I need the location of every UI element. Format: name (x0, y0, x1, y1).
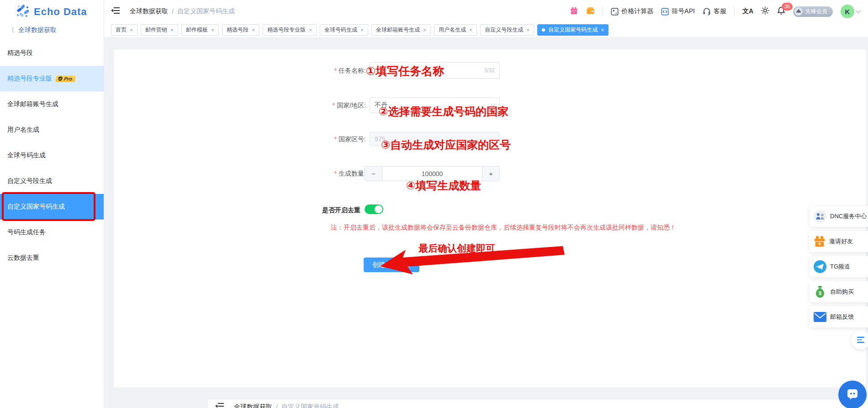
breadcrumb: 全球数据获取 / 自定义国家号码生成 (130, 7, 235, 16)
annotation-step3: ③自动生成对应国家的区号 (381, 138, 511, 152)
pro-badge: Pro (55, 75, 76, 82)
bottom-bar: 全球数据获取 / 自定义国家号码生成 (208, 399, 868, 408)
floating-item-label: 邀请好友 (829, 238, 853, 245)
tab-selected-segments-pro[interactable]: 精选号段专业版× (263, 24, 317, 36)
close-icon[interactable]: × (469, 27, 472, 33)
headset-icon (703, 7, 711, 16)
user-menu[interactable]: K (841, 5, 860, 18)
logo[interactable]: Echo Data (0, 0, 104, 24)
close-icon[interactable]: × (170, 27, 174, 33)
tab-selected-segments[interactable]: 精选号段× (222, 24, 259, 36)
price-calculator-button[interactable]: 价格计算器 (611, 7, 653, 16)
sidebar-item-global-number-gen[interactable]: 全球号码生成 (0, 143, 104, 168)
back-chevron-icon: 〈 (8, 26, 15, 35)
notification-badge: 36 (782, 3, 793, 11)
tab-global-email-gen[interactable]: 全球邮箱账号生成× (371, 24, 431, 36)
dedupe-label: 是否开启去重 (275, 205, 360, 215)
close-icon[interactable]: × (423, 27, 426, 33)
menu-fold-icon[interactable] (111, 7, 120, 16)
breadcrumb-current: 自定义国家号码生成 (177, 7, 235, 16)
tab-custom-country-number-gen[interactable]: 自定义国家号码生成× (537, 24, 609, 36)
translate-icon[interactable]: 文A (742, 7, 753, 16)
email-feedback-button[interactable]: 邮箱反馈 (810, 306, 868, 327)
close-icon[interactable]: × (360, 27, 364, 33)
annotation-step4: ④填写生成数量 (406, 178, 481, 193)
content-area: *任务名称: 3/32 *国家/地区: 不丹 *国家区号: (104, 38, 868, 399)
member-badge[interactable]: 先锋会员 (793, 6, 833, 17)
tg-channel-button[interactable]: TG频道 (810, 256, 868, 277)
close-icon[interactable]: × (211, 27, 214, 33)
money-bag-icon: $ (813, 285, 827, 299)
dedupe-note: 注：开启去重后，该批生成数据将会保存至云备份数据仓库，后续选择重复号段时将不会再… (331, 224, 676, 232)
telegram-icon (813, 260, 827, 274)
support-button[interactable]: 客服 (703, 7, 726, 16)
back-link[interactable]: 〈 全球数据获取 (0, 24, 104, 37)
invite-friends-button[interactable]: 邀请好友 (810, 231, 868, 252)
dedupe-toggle[interactable] (365, 204, 383, 214)
breadcrumb-section[interactable]: 全球数据获取 (130, 7, 168, 16)
tab-global-number-gen[interactable]: 全球号码生成× (320, 24, 368, 36)
sidebar-item-global-email-gen[interactable]: 全球邮箱账号生成 (0, 91, 104, 117)
create-task-button[interactable]: 创建任务数据 (364, 258, 419, 272)
sidebar-item-label: 自定义号段生成 (7, 177, 52, 185)
close-icon[interactable]: × (309, 27, 312, 33)
invite-gift-icon (813, 235, 826, 248)
tab-home[interactable]: 首页× (111, 24, 138, 36)
chevron-down-icon (856, 8, 861, 13)
divider (734, 7, 735, 16)
quantity-decrease-button[interactable]: − (365, 166, 382, 181)
tab-email-marketing[interactable]: 邮件营销× (141, 24, 178, 36)
floating-item-label: 邮箱反馈 (830, 313, 854, 321)
sidebar-item-number-gen-tasks[interactable]: 号码生成任务 (0, 220, 104, 245)
sidebar-item-selected-segments-pro[interactable]: 精选号段专业版 Pro (0, 66, 104, 91)
mail-icon (813, 311, 827, 322)
avatar[interactable]: K (841, 5, 854, 18)
price-calculator-label: 价格计算器 (621, 7, 653, 16)
close-icon[interactable]: × (252, 27, 255, 33)
close-icon[interactable]: × (526, 27, 529, 33)
sidebar-item-label: 云数据去重 (7, 254, 39, 262)
tab-username-gen[interactable]: 用户名生成× (434, 24, 477, 36)
logo-icon (15, 3, 31, 21)
sieve-api-button[interactable]: 筛号API (661, 7, 695, 16)
sidebar-item-custom-segment-gen[interactable]: 自定义号段生成 (0, 168, 104, 194)
live-chat-button[interactable] (838, 381, 867, 408)
floating-item-label: TG频道 (830, 263, 850, 270)
divider (603, 7, 603, 16)
tab-bar: 首页× 邮件营销× 邮件模板× 精选号段× 精选号段专业版× 全球号码生成× 全… (104, 23, 868, 38)
sidebar-item-custom-country-number-gen[interactable]: 自定义国家号码生成 (0, 194, 104, 220)
gift-icon[interactable] (570, 6, 578, 17)
dnc-icon (813, 209, 827, 223)
main-area: 全球数据获取 / 自定义国家号码生成 价格计算器 筛号API (104, 0, 868, 408)
country-label: *国家/地区: (275, 97, 366, 113)
member-badge-label: 先锋会员 (805, 8, 827, 16)
theme-icon[interactable] (761, 6, 769, 16)
quantity-increase-button[interactable]: + (482, 166, 499, 181)
area-code-label: *国家区号: (275, 132, 366, 146)
sidebar-item-selected-segments[interactable]: 精选号段 (0, 40, 104, 66)
chat-icon (846, 388, 859, 402)
quantity-label: *生成数量: (275, 166, 366, 181)
sidebar-menu: 精选号段 精选号段专业版 Pro 全球邮箱账号生成 用户名生成 全球号码生成 自… (0, 40, 104, 271)
toggle-knob (375, 205, 382, 213)
menu-fold-icon[interactable] (215, 403, 224, 408)
close-icon[interactable]: × (130, 27, 133, 33)
tab-email-template[interactable]: 邮件模板× (181, 24, 219, 36)
sidebar-item-label: 精选号段 (7, 49, 33, 57)
close-icon[interactable]: × (601, 27, 604, 33)
topbar-actions: 价格计算器 筛号API 客服 文A 36 (570, 5, 860, 18)
notifications-button[interactable]: 36 (777, 6, 785, 17)
floating-item-label: 自助购买 (830, 288, 854, 295)
sidebar-item-username-gen[interactable]: 用户名生成 (0, 117, 104, 143)
self-purchase-button[interactable]: $ 自助购买 (810, 281, 868, 302)
member-icon (794, 7, 803, 16)
dnc-service-button[interactable]: DNC服务中心 (810, 206, 868, 227)
wallet-icon[interactable] (586, 6, 595, 17)
topbar: 全球数据获取 / 自定义国家号码生成 价格计算器 筛号API (104, 0, 868, 23)
tab-custom-segment-gen[interactable]: 自定义号段生成× (480, 24, 534, 36)
breadcrumb-separator: / (172, 8, 174, 15)
sidebar-item-cloud-dedupe[interactable]: 云数据去重 (0, 245, 104, 271)
annotation-step1: ①填写任务名称 (366, 64, 444, 79)
floating-menu-button[interactable] (851, 330, 868, 349)
sidebar-item-label: 用户名生成 (7, 126, 39, 134)
